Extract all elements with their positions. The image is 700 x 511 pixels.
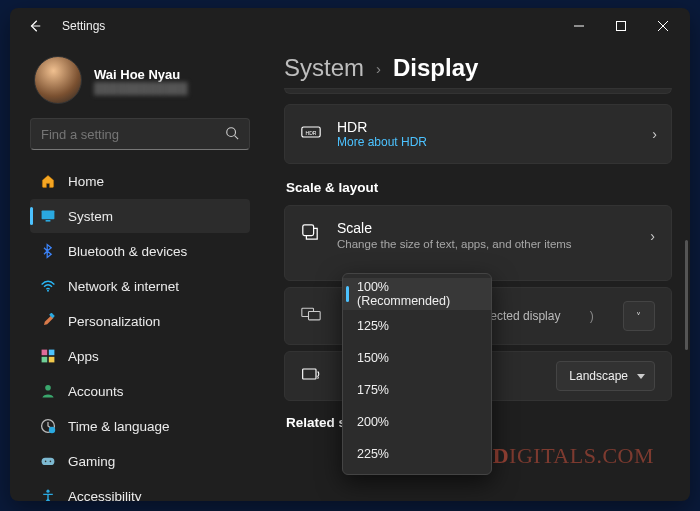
sidebar-item-label: System [68, 209, 113, 224]
sidebar-item-label: Personalization [68, 314, 160, 329]
svg-rect-6 [42, 350, 48, 356]
sidebar-item-bluetooth[interactable]: Bluetooth & devices [30, 234, 250, 268]
close-button[interactable] [642, 10, 684, 42]
sidebar-item-label: Network & internet [68, 279, 179, 294]
game-icon [40, 453, 56, 469]
maximize-button[interactable] [600, 10, 642, 42]
svg-rect-21 [309, 312, 321, 320]
svg-point-10 [45, 385, 51, 391]
arrow-left-icon [28, 19, 42, 33]
svg-point-4 [47, 290, 49, 292]
window-controls [558, 10, 684, 42]
bluetooth-icon [40, 243, 56, 259]
scale-option[interactable]: 125% [343, 310, 491, 342]
svg-text:HDR: HDR [306, 130, 317, 136]
chevron-right-icon: › [652, 126, 657, 142]
hdr-icon: HDR [301, 124, 321, 144]
chevron-right-icon: › [650, 228, 655, 244]
person-icon [40, 383, 56, 399]
clock-icon [40, 418, 56, 434]
svg-rect-3 [46, 220, 51, 222]
sidebar-item-label: Bluetooth & devices [68, 244, 187, 259]
orientation-select[interactable]: Landscape [556, 361, 655, 391]
titlebar: Settings [10, 8, 690, 44]
sidebar-item-home[interactable]: Home [30, 164, 250, 198]
sidebar-item-label: Apps [68, 349, 99, 364]
brush-icon [40, 313, 56, 329]
orientation-icon [301, 366, 321, 386]
svg-rect-13 [42, 458, 55, 465]
search-input[interactable] [41, 127, 225, 142]
wifi-icon [40, 278, 56, 294]
user-account-row[interactable]: Wai Hoe Nyau ████████████ [34, 56, 250, 104]
sidebar-item-label: Gaming [68, 454, 115, 469]
orientation-value: Landscape [569, 369, 628, 383]
minimize-button[interactable] [558, 10, 600, 42]
sidebar-item-gaming[interactable]: Gaming [30, 444, 250, 478]
scale-dropdown: 100% (Recommended)125%150%175%200%225% [342, 273, 492, 475]
system-icon [40, 208, 56, 224]
sidebar-item-label: Accounts [68, 384, 124, 399]
access-icon [40, 488, 56, 501]
multiple-displays-icon [301, 306, 321, 326]
svg-rect-0 [617, 22, 626, 31]
breadcrumb-current: Display [393, 54, 478, 82]
sidebar-item-label: Home [68, 174, 104, 189]
back-button[interactable] [22, 13, 48, 39]
section-scale-layout: Scale & layout [286, 180, 672, 195]
scale-panel[interactable]: Scale Change the size of text, apps, and… [284, 205, 672, 281]
breadcrumb: System › Display [284, 54, 672, 82]
main-scrollbar[interactable] [685, 240, 688, 350]
hdr-title: HDR [337, 119, 636, 135]
svg-rect-22 [303, 369, 316, 379]
svg-point-12 [49, 427, 55, 433]
settings-window: Settings Wai Hoe Nyau ████████████ [10, 8, 690, 501]
chevron-right-icon: › [376, 60, 381, 77]
sidebar-item-time[interactable]: Time & language [30, 409, 250, 443]
svg-rect-2 [42, 210, 55, 219]
scale-option[interactable]: 100% (Recommended) [343, 278, 491, 310]
svg-point-1 [227, 127, 236, 136]
user-name: Wai Hoe Nyau [94, 67, 188, 82]
sidebar-item-label: Accessibility [68, 489, 142, 502]
sidebar-item-accessibility[interactable]: Accessibility [30, 479, 250, 501]
svg-rect-19 [303, 225, 314, 236]
sidebar-item-network[interactable]: Network & internet [30, 269, 250, 303]
apps-icon [40, 348, 56, 364]
sidebar-item-accounts[interactable]: Accounts [30, 374, 250, 408]
window-title: Settings [62, 19, 105, 33]
avatar [34, 56, 82, 104]
scale-option[interactable]: 225% [343, 438, 491, 470]
sidebar: Wai Hoe Nyau ████████████ HomeSystemBlue… [10, 44, 260, 501]
sidebar-item-system[interactable]: System [30, 199, 250, 233]
search-icon [225, 126, 239, 143]
panel-truncated [284, 88, 672, 94]
svg-point-16 [46, 490, 49, 493]
sidebar-item-apps[interactable]: Apps [30, 339, 250, 373]
user-email: ████████████ [94, 82, 188, 94]
home-icon [40, 173, 56, 189]
svg-rect-9 [49, 357, 55, 363]
scale-icon [301, 223, 321, 243]
multiple-displays-dropdown[interactable]: ˅ [623, 301, 655, 331]
svg-point-14 [45, 461, 47, 463]
scale-option[interactable]: 200% [343, 406, 491, 438]
sidebar-nav: HomeSystemBluetooth & devicesNetwork & i… [30, 164, 250, 501]
scale-option[interactable]: 175% [343, 374, 491, 406]
sidebar-item-personalization[interactable]: Personalization [30, 304, 250, 338]
breadcrumb-parent[interactable]: System [284, 54, 364, 82]
chevron-down-icon: ˅ [636, 311, 641, 322]
sidebar-item-label: Time & language [68, 419, 170, 434]
scale-option[interactable]: 150% [343, 342, 491, 374]
hdr-panel[interactable]: HDR HDR More about HDR › [284, 104, 672, 164]
svg-rect-7 [49, 350, 55, 356]
hdr-link[interactable]: More about HDR [337, 135, 636, 149]
scale-subtitle: Change the size of text, apps, and other… [337, 238, 657, 250]
svg-rect-8 [42, 357, 48, 363]
svg-point-15 [50, 461, 52, 463]
scale-title: Scale [337, 220, 657, 236]
search-box[interactable] [30, 118, 250, 150]
